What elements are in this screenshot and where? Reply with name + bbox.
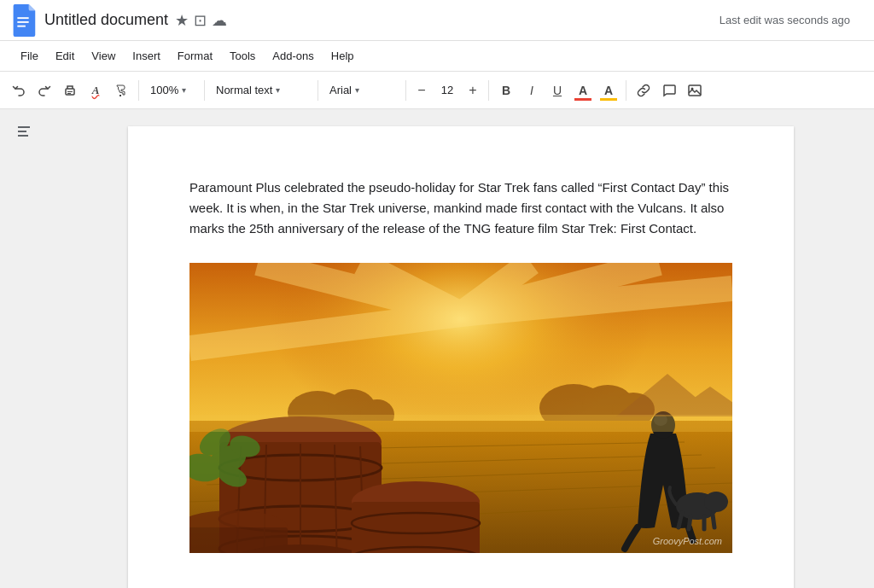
svg-rect-9 (18, 126, 30, 128)
print-button[interactable] (58, 79, 82, 102)
text-color-button[interactable]: A (571, 79, 595, 102)
menu-addons[interactable]: Add-ons (265, 46, 320, 66)
outline-icon[interactable] (12, 119, 36, 143)
text-color-label: A (579, 84, 587, 97)
font-size-input[interactable] (434, 84, 461, 96)
folder-icon[interactable]: ⊡ (194, 11, 207, 30)
toolbar-separator-6 (626, 80, 626, 101)
zoom-value: 100% (150, 84, 178, 96)
font-arrow: ▾ (355, 85, 359, 95)
insert-link-button[interactable] (632, 79, 656, 102)
toolbar-separator-4 (405, 80, 406, 101)
font-size-control: − + (411, 80, 483, 101)
menu-view[interactable]: View (84, 46, 122, 66)
star-icon[interactable]: ★ (175, 11, 189, 30)
svg-rect-2 (17, 25, 26, 26)
document-page: Paramount Plus celebrated the pseudo-hol… (128, 126, 794, 588)
menu-tools[interactable]: Tools (223, 46, 262, 66)
document-image[interactable]: GroovyPost.com (189, 263, 732, 553)
main-area: Paramount Plus celebrated the pseudo-hol… (0, 109, 874, 588)
svg-rect-4 (67, 91, 73, 92)
highlight-label: A (604, 84, 613, 97)
text-color-indicator (574, 98, 591, 101)
highlight-color-button[interactable]: A (597, 79, 621, 102)
svg-rect-11 (18, 135, 28, 137)
spell-check-button[interactable]: A (84, 79, 108, 102)
undo-button[interactable] (7, 79, 31, 102)
last-edit-status: Last edit was seconds ago (720, 14, 850, 26)
menu-bar: File Edit View Insert Format Tools Add-o… (0, 41, 874, 72)
font-size-decrease-button[interactable]: − (411, 80, 432, 101)
toolbar-separator-1 (138, 80, 139, 101)
bold-button[interactable]: B (494, 79, 518, 102)
svg-line-62 (689, 516, 690, 529)
menu-insert[interactable]: Insert (125, 46, 167, 66)
zoom-arrow: ▾ (182, 85, 186, 95)
google-docs-logo (10, 4, 36, 37)
insert-image-button[interactable] (683, 79, 707, 102)
menu-file[interactable]: File (14, 46, 45, 66)
style-arrow: ▾ (276, 85, 280, 95)
toolbar-separator-3 (318, 80, 318, 101)
svg-rect-65 (189, 415, 732, 432)
paint-format-button[interactable] (109, 79, 133, 102)
zoom-dropdown[interactable]: 100% ▾ (144, 79, 199, 102)
svg-rect-10 (18, 131, 26, 132)
toolbar: A 100% ▾ Normal text ▾ Arial ▾ − + B I U… (0, 72, 874, 109)
svg-rect-55 (189, 527, 288, 553)
toolbar-separator-5 (488, 80, 489, 101)
redo-button[interactable] (32, 79, 56, 102)
svg-rect-49 (352, 502, 480, 553)
svg-line-64 (713, 515, 714, 527)
highlight-indicator (600, 98, 617, 101)
left-panel (0, 109, 48, 588)
underline-button[interactable]: U (545, 79, 569, 102)
svg-rect-0 (17, 17, 28, 19)
font-dropdown[interactable]: Arial ▾ (323, 79, 400, 102)
document-title[interactable]: Untitled document (44, 11, 168, 29)
toolbar-separator-2 (204, 80, 205, 101)
svg-rect-1 (17, 20, 28, 22)
menu-format[interactable]: Format (171, 46, 219, 66)
image-watermark: GroovyPost.com (653, 536, 722, 546)
svg-rect-6 (119, 95, 121, 96)
menu-edit[interactable]: Edit (49, 46, 81, 66)
title-bar: Untitled document ★ ⊡ ☁ Last edit was se… (0, 0, 874, 41)
document-area[interactable]: Paramount Plus celebrated the pseudo-hol… (48, 109, 874, 588)
document-body-text[interactable]: Paramount Plus celebrated the pseudo-hol… (189, 178, 732, 239)
cloud-icon[interactable]: ☁ (212, 11, 227, 30)
insert-comment-button[interactable] (657, 79, 681, 102)
svg-point-60 (704, 492, 728, 512)
document-image-svg (189, 263, 732, 553)
menu-help[interactable]: Help (324, 46, 361, 66)
font-size-increase-button[interactable]: + (463, 80, 483, 101)
style-dropdown[interactable]: Normal text ▾ (210, 79, 312, 102)
style-value: Normal text (216, 84, 272, 96)
font-value: Arial (329, 84, 352, 96)
italic-button[interactable]: I (520, 79, 544, 102)
svg-rect-5 (67, 93, 71, 94)
